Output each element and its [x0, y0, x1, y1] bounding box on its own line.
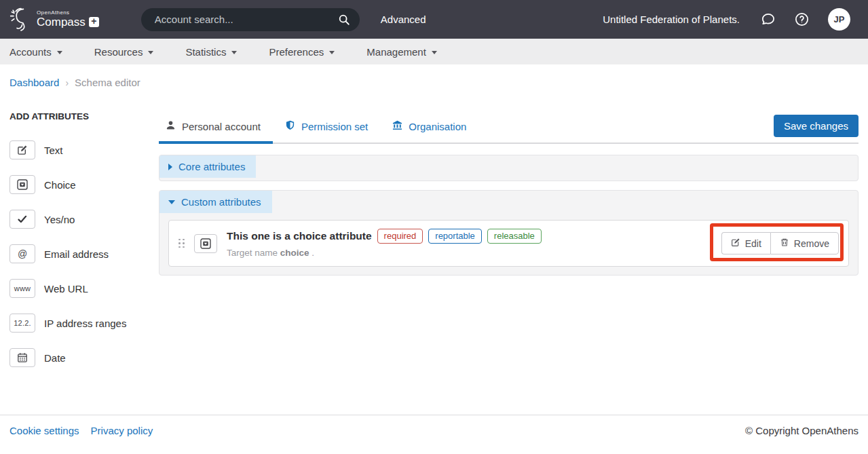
- avatar[interactable]: JP: [828, 8, 850, 31]
- sidebar-item-label: Date: [44, 352, 66, 364]
- sidebar-item-label: Web URL: [44, 283, 88, 295]
- plus-icon: +: [89, 17, 99, 27]
- top-navbar: OpenAthens Compass + Advanced Untitled F…: [0, 0, 868, 39]
- core-attributes-panel: Core attributes: [159, 155, 858, 181]
- chat-bubble-icon[interactable]: [760, 12, 776, 27]
- tabs-row: Personal account Permission set: [159, 115, 858, 144]
- chevron-down-icon: [231, 51, 237, 54]
- sidebar-item-label: Choice: [44, 179, 76, 191]
- check-icon: [10, 210, 35, 229]
- chevron-right-icon: [168, 164, 172, 170]
- target-prefix: Target name: [227, 248, 278, 258]
- choice-dropdown-icon: [194, 234, 217, 253]
- content: ADD ATTRIBUTES Text: [0, 96, 868, 387]
- shield-icon: [285, 120, 295, 132]
- sidebar-item-label: IP address ranges: [44, 318, 126, 329]
- main-menu: Accounts Resources Statistics Preference…: [0, 39, 868, 64]
- advanced-search-link[interactable]: Advanced: [381, 14, 426, 25]
- sidebar-title: ADD ATTRIBUTES: [10, 111, 159, 121]
- edit-button-label: Edit: [745, 238, 761, 249]
- tab-personal-account[interactable]: Personal account: [159, 115, 273, 144]
- attribute-actions: Edit: [721, 232, 839, 254]
- core-attributes-toggle[interactable]: Core attributes: [159, 155, 256, 178]
- drag-handle[interactable]: [178, 239, 185, 248]
- menu-item-label: Resources: [94, 46, 143, 58]
- sidebar-item-label: Yes/no: [44, 214, 75, 225]
- person-icon: [166, 120, 176, 132]
- breadcrumb-separator: ›: [65, 77, 69, 88]
- sidebar-item-yesno[interactable]: Yes/no: [10, 210, 159, 229]
- schema-editor-main: Personal account Permission set: [159, 96, 868, 276]
- sidebar-item-ip-ranges[interactable]: 12.2. IP address ranges: [10, 314, 159, 333]
- organisation-name: Untitled Federation of Planets.: [603, 14, 740, 25]
- copyright-text: © Copyright OpenAthens: [745, 425, 858, 436]
- save-changes-button[interactable]: Save changes: [774, 115, 858, 137]
- sidebar-item-choice[interactable]: Choice: [10, 175, 159, 194]
- add-attributes-sidebar: ADD ATTRIBUTES Text: [0, 96, 159, 383]
- custom-attributes-toggle[interactable]: Custom attributes: [159, 191, 272, 213]
- breadcrumb: Dashboard › Schema editor: [0, 64, 868, 96]
- page: OpenAthens Compass + Advanced Untitled F…: [0, 0, 868, 454]
- panel-title: Custom attributes: [181, 196, 261, 208]
- badge-releasable: releasable: [487, 229, 542, 244]
- custom-attributes-panel: Custom attributes: [159, 190, 858, 276]
- www-icon: www: [10, 279, 35, 298]
- menu-item-label: Statistics: [185, 46, 226, 58]
- help-icon[interactable]: [794, 12, 810, 27]
- footer-links: Cookie settings Privacy policy: [10, 425, 153, 436]
- menu-item-preferences[interactable]: Preferences: [269, 46, 335, 58]
- brand-name-label: Compass: [37, 16, 86, 29]
- chevron-down-icon: [329, 51, 335, 54]
- chevron-down-icon: [168, 200, 175, 204]
- breadcrumb-current: Schema editor: [75, 77, 140, 88]
- calendar-icon: [10, 348, 35, 367]
- sidebar-item-text[interactable]: Text: [10, 140, 159, 159]
- search-input[interactable]: [153, 13, 338, 26]
- tab-permission-set[interactable]: Permission set: [273, 115, 380, 141]
- topbar-right: Untitled Federation of Planets. JP: [603, 8, 850, 31]
- choice-dropdown-icon: [10, 175, 35, 194]
- tab-label: Personal account: [182, 121, 261, 132]
- edit-pencil-icon: [731, 238, 740, 249]
- tab-label: Permission set: [301, 121, 368, 132]
- sidebar-item-label: Text: [44, 145, 63, 156]
- chevron-down-icon: [57, 51, 62, 54]
- sidebar-item-label: Email address: [44, 248, 109, 260]
- menu-item-label: Management: [366, 46, 426, 58]
- bank-icon: [392, 120, 402, 132]
- chevron-down-icon: [148, 51, 153, 54]
- menu-item-statistics[interactable]: Statistics: [185, 46, 237, 58]
- footer: Cookie settings Privacy policy © Copyrig…: [0, 415, 868, 454]
- menu-item-management[interactable]: Management: [366, 46, 437, 58]
- remove-button[interactable]: Remove: [770, 232, 839, 254]
- custom-attributes-body: This one is a choice attribute required …: [159, 213, 858, 275]
- account-search: [141, 8, 360, 31]
- search-icon[interactable]: [338, 14, 350, 26]
- trash-icon: [780, 238, 789, 249]
- tab-label: Organisation: [409, 121, 466, 132]
- pencil-square-icon: [10, 140, 35, 159]
- at-sign-icon: @: [10, 244, 35, 263]
- brand-top-label: OpenAthens: [37, 10, 99, 16]
- target-value: choice: [280, 248, 309, 258]
- brand-logo[interactable]: OpenAthens Compass +: [10, 5, 99, 35]
- ip-range-icon: 12.2.: [10, 314, 35, 333]
- menu-item-resources[interactable]: Resources: [94, 46, 154, 58]
- menu-item-label: Preferences: [269, 46, 324, 58]
- openathens-logo-icon: [10, 5, 33, 35]
- privacy-policy-link[interactable]: Privacy policy: [91, 425, 153, 436]
- breadcrumb-dashboard-link[interactable]: Dashboard: [10, 77, 59, 88]
- sidebar-item-date[interactable]: Date: [10, 348, 159, 367]
- badge-reportable: reportable: [428, 229, 482, 244]
- sidebar-item-weburl[interactable]: www Web URL: [10, 279, 159, 298]
- panel-title: Core attributes: [178, 161, 245, 172]
- menu-item-label: Accounts: [10, 46, 52, 58]
- cookie-settings-link[interactable]: Cookie settings: [10, 425, 79, 436]
- menu-item-accounts[interactable]: Accounts: [10, 46, 62, 58]
- attribute-target-name: Target name choice .: [227, 248, 542, 258]
- edit-button[interactable]: Edit: [721, 232, 770, 254]
- attribute-title: This one is a choice attribute: [227, 230, 372, 242]
- tab-organisation[interactable]: Organisation: [380, 115, 478, 141]
- target-suffix: .: [312, 248, 314, 258]
- sidebar-item-email[interactable]: @ Email address: [10, 244, 159, 263]
